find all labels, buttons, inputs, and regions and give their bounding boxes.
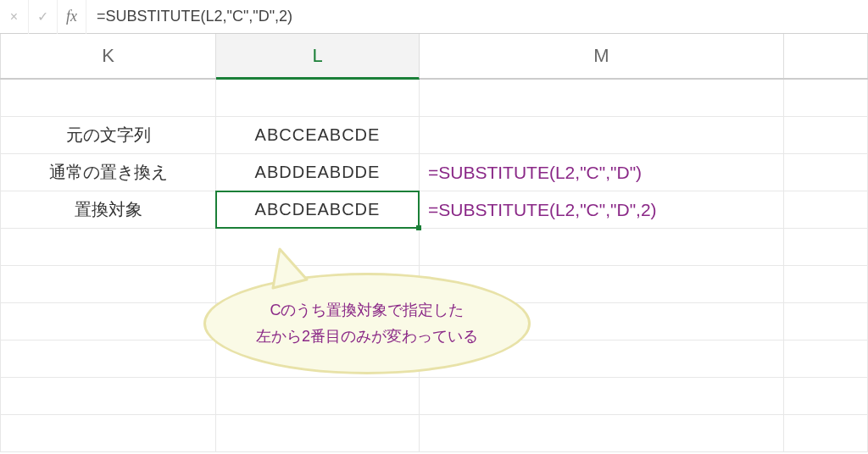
cell[interactable] — [216, 303, 420, 340]
cell[interactable] — [784, 80, 868, 117]
cell-formula[interactable]: =SUBSTITUTE(L2,"C","D",2) — [420, 191, 784, 229]
table-row — [0, 415, 868, 452]
cell[interactable] — [420, 378, 784, 415]
cell[interactable] — [0, 266, 216, 303]
spreadsheet-grid: K L M 元の文字列 ABCCEABCDE 通常の置き換え ABDDEABDD… — [0, 34, 868, 452]
cell-label[interactable]: 置換対象 — [0, 191, 216, 229]
column-header-n[interactable] — [784, 34, 868, 78]
cell[interactable] — [0, 378, 216, 415]
cell[interactable] — [216, 229, 420, 266]
cell-value[interactable]: ABDDEABDDE — [216, 154, 420, 191]
column-header-m[interactable]: M — [420, 34, 784, 78]
cell[interactable] — [216, 415, 420, 452]
cell[interactable] — [216, 378, 420, 415]
cell-value-selected[interactable]: ABCDEABCDE — [216, 191, 420, 229]
cell[interactable] — [784, 303, 868, 340]
cell[interactable] — [784, 266, 868, 303]
cell[interactable] — [784, 340, 868, 378]
formula-input[interactable] — [86, 0, 868, 33]
cell[interactable] — [784, 415, 868, 452]
table-row — [0, 303, 868, 340]
cell-value[interactable]: ABCCEABCDE — [216, 117, 420, 154]
cell[interactable] — [216, 266, 420, 303]
cell[interactable] — [0, 415, 216, 452]
table-row: 通常の置き換え ABDDEABDDE =SUBSTITUTE(L2,"C","D… — [0, 154, 868, 191]
cell[interactable] — [0, 229, 216, 266]
cell[interactable] — [420, 340, 784, 378]
cell[interactable] — [0, 340, 216, 378]
cell[interactable] — [0, 80, 216, 117]
table-row — [0, 378, 868, 415]
confirm-icon[interactable]: ✓ — [29, 0, 58, 34]
column-header-row: K L M — [0, 34, 868, 80]
fx-icon[interactable]: fx — [58, 0, 86, 34]
cell[interactable] — [420, 229, 784, 266]
cell[interactable] — [216, 340, 420, 378]
cell[interactable] — [784, 117, 868, 154]
cell-label[interactable]: 通常の置き換え — [0, 154, 216, 191]
table-row — [0, 340, 868, 378]
table-row: 置換対象 ABCDEABCDE =SUBSTITUTE(L2,"C","D",2… — [0, 191, 868, 229]
cell-formula[interactable] — [420, 117, 784, 154]
cell[interactable] — [0, 303, 216, 340]
cell-label[interactable]: 元の文字列 — [0, 117, 216, 154]
cell[interactable] — [216, 80, 420, 117]
cell[interactable] — [420, 415, 784, 452]
cell[interactable] — [420, 303, 784, 340]
table-row — [0, 266, 868, 303]
column-header-l[interactable]: L — [216, 34, 420, 80]
table-row — [0, 229, 868, 266]
table-row: 元の文字列 ABCCEABCDE — [0, 117, 868, 154]
cell[interactable] — [784, 229, 868, 266]
cancel-icon[interactable]: × — [0, 0, 29, 34]
cell-formula[interactable]: =SUBSTITUTE(L2,"C","D") — [420, 154, 784, 191]
column-header-k[interactable]: K — [0, 34, 216, 78]
formula-bar: × ✓ fx — [0, 0, 868, 34]
cell[interactable] — [784, 154, 868, 191]
cell[interactable] — [420, 80, 784, 117]
cell[interactable] — [784, 378, 868, 415]
table-row — [0, 80, 868, 117]
cell[interactable] — [420, 266, 784, 303]
cell[interactable] — [784, 191, 868, 229]
